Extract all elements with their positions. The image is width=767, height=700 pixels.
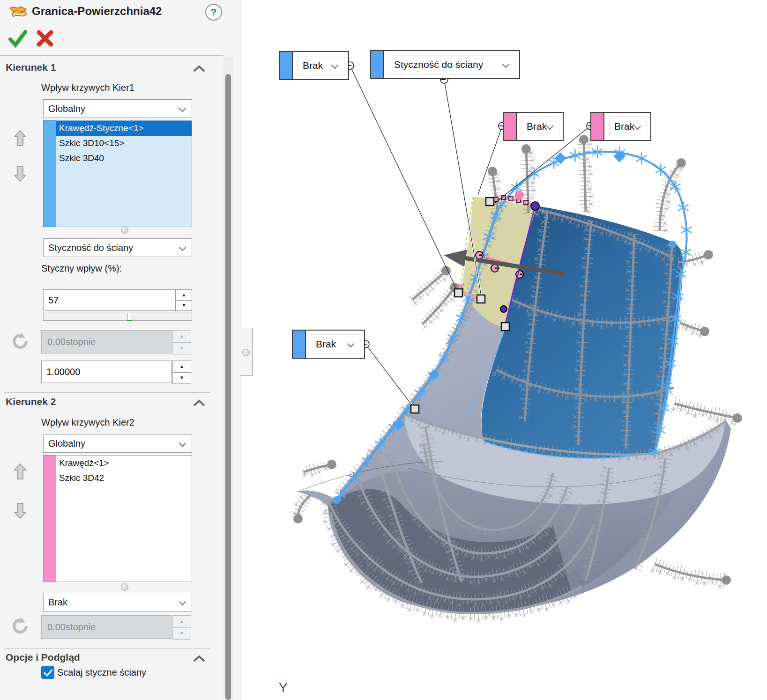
collapse-chevron-icon[interactable] — [192, 65, 206, 73]
chevron-down-icon — [179, 599, 186, 605]
condition-select-dir1[interactable]: Styczność do ściany — [43, 238, 192, 257]
chevron-down-icon — [332, 62, 338, 69]
curve-list-items[interactable]: Krawędź-Styczne<1>Szkic 3D10<15>Szkic 3D… — [56, 120, 192, 227]
spin-down-button[interactable]: ▼ — [172, 372, 191, 384]
tangent-influence-input[interactable]: 57 — [43, 289, 176, 311]
list-item[interactable]: Szkic 3D10<15> — [56, 136, 192, 151]
selected-value: Brak — [48, 597, 179, 608]
callout-color-swatch — [591, 113, 604, 140]
list-resize-grip[interactable] — [121, 226, 128, 234]
move-up-button[interactable] — [13, 129, 27, 147]
chevron-down-icon — [179, 440, 186, 447]
chevron-down-icon — [503, 61, 509, 68]
merge-tangent-faces-checkbox[interactable] — [41, 666, 54, 679]
callout-brak-pink-2[interactable]: Brak — [590, 112, 651, 141]
chevron-down-icon — [179, 244, 186, 251]
list-item[interactable]: Szkic 3D42 — [56, 471, 192, 486]
callout-color-swatch — [293, 331, 306, 358]
curve-influence-select-dir2[interactable]: Globalny — [43, 434, 192, 453]
callout-dropdown[interactable]: Brak — [521, 117, 559, 136]
chevron-down-icon — [634, 123, 641, 130]
move-down-button[interactable] — [13, 165, 27, 183]
list-item[interactable]: Szkic 3D40 — [56, 151, 192, 166]
chevron-down-icon — [348, 341, 354, 347]
tangent-influence-label: Styczny wpływ (%): — [41, 263, 122, 274]
input-value: 1.00000 — [46, 367, 80, 377]
input-value: 57 — [48, 295, 59, 306]
curve-list-items[interactable]: Krawędź<1>Szkic 3D42 — [56, 455, 192, 582]
selection-color-strip-blue — [43, 120, 57, 227]
cancel-button[interactable] — [36, 29, 54, 48]
comb-hairs — [651, 558, 731, 588]
length-stepper[interactable]: ▲ ▼ — [172, 361, 191, 384]
callout-color-swatch — [504, 113, 517, 140]
callout-dropdown[interactable]: Styczność do ściany — [389, 55, 515, 74]
callout-label: Brak — [316, 339, 348, 350]
spin-up-button: ▲ — [172, 615, 191, 628]
section-header-options[interactable]: Opcje i Podgląd — [6, 652, 80, 663]
panel-scrollbar-thumb[interactable] — [225, 74, 231, 700]
splitter-grip[interactable] — [242, 349, 250, 356]
callout-color-swatch — [280, 52, 293, 79]
rotate-angle-icon — [10, 616, 30, 636]
spin-up-button[interactable]: ▲ — [172, 361, 191, 373]
curve-influence-select-dir1[interactable]: Globalny — [43, 99, 192, 118]
property-manager-panel: Granica-Powierzchnia42 ? Kierunek 1 Wpły… — [0, 0, 240, 700]
callout-brak-1[interactable]: Brak — [279, 51, 349, 80]
selected-value: Globalny — [48, 103, 179, 114]
curve-influence-label: Wpływ krzywych Kier2 — [41, 417, 134, 428]
spin-down-button: ▼ — [172, 342, 191, 355]
callout-brak-2[interactable]: Brak — [292, 330, 365, 359]
angle-stepper-disabled: ▲ ▼ — [172, 615, 191, 640]
comb-hairs — [654, 158, 686, 232]
selection-color-strip-pink — [43, 455, 57, 582]
callout-dropdown[interactable]: Brak — [298, 56, 344, 75]
curve-list-dir2[interactable]: Krawędź<1>Szkic 3D42 — [43, 455, 192, 582]
merge-tangent-faces-label: Scalaj styczne ściany — [57, 667, 146, 678]
tangent-influence-stepper[interactable]: ▲ ▼ — [176, 289, 192, 311]
list-resize-grip[interactable] — [121, 583, 128, 591]
angle-input-dir1-disabled: 0.00stopnie — [41, 330, 171, 354]
axis-y-label: Y — [279, 680, 288, 695]
callout-label: Styczność do ściany — [394, 59, 503, 70]
section-header-direction1[interactable]: Kierunek 1 — [6, 62, 56, 73]
callout-label: Brak — [614, 121, 634, 132]
curve-influence-label: Wpływ krzywych Kier1 — [41, 82, 134, 93]
help-icon[interactable]: ? — [205, 4, 222, 21]
angle-stepper-disabled: ▲ ▼ — [172, 330, 191, 354]
tangent-influence-slider[interactable] — [43, 312, 192, 321]
callout-label: Brak — [303, 60, 332, 71]
curve-list-dir1[interactable]: Krawędź-Styczne<1>Szkic 3D10<15>Szkic 3D… — [43, 120, 192, 227]
input-value: 0.00stopnie — [47, 622, 96, 633]
slider-handle[interactable] — [127, 313, 132, 321]
selected-value: Globalny — [48, 438, 179, 449]
page-title: Granica-Powierzchnia42 — [32, 5, 162, 18]
chevron-down-icon — [547, 123, 553, 130]
rotate-angle-icon — [10, 332, 30, 351]
collapse-chevron-icon[interactable] — [192, 399, 206, 407]
list-item[interactable]: Krawędź-Styczne<1> — [56, 121, 192, 136]
spin-up-button: ▲ — [172, 330, 191, 343]
callout-brak-pink-1[interactable]: Brak — [503, 112, 564, 141]
input-value: 0.00stopnie — [47, 337, 96, 347]
spin-down-button: ▼ — [172, 627, 191, 640]
callout-color-swatch — [371, 51, 384, 78]
condition-select-dir2[interactable]: Brak — [43, 593, 192, 612]
spin-up-button[interactable]: ▲ — [176, 289, 192, 301]
callout-dropdown[interactable]: Brak — [311, 334, 360, 354]
move-up-button[interactable] — [13, 463, 27, 480]
collapse-chevron-icon[interactable] — [192, 655, 206, 663]
angle-input-dir2-disabled: 0.00stopnie — [41, 615, 171, 639]
ok-button[interactable] — [7, 28, 28, 49]
panel-splitter-tab[interactable] — [240, 328, 253, 376]
list-item[interactable]: Krawędź<1> — [56, 456, 192, 471]
callout-tangency[interactable]: Styczność do ściany — [370, 50, 520, 79]
length-influence-input[interactable]: 1.00000 — [41, 361, 171, 383]
chevron-down-icon — [179, 105, 186, 112]
section-header-direction2[interactable]: Kierunek 2 — [6, 396, 56, 407]
selected-value: Styczność do ściany — [48, 243, 179, 253]
move-down-button[interactable] — [13, 502, 27, 520]
spin-down-button[interactable]: ▼ — [176, 300, 192, 311]
callout-dropdown[interactable]: Brak — [609, 117, 647, 136]
boundary-surface-icon — [8, 3, 28, 21]
